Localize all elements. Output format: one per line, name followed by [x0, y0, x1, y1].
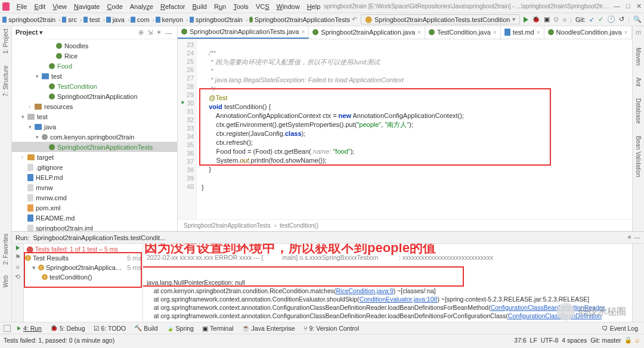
event-log-tab[interactable]: 🗨 Event Log: [599, 325, 640, 332]
crumb[interactable]: com: [135, 16, 151, 23]
tree-row[interactable]: README.md: [12, 213, 177, 223]
structure-tool-tab[interactable]: 7: Structure: [2, 66, 9, 97]
test-tree[interactable]: ⬤ Tests failed: 1 of 1 test – 5 ms !Test…: [24, 244, 143, 322]
editor-breadcrumb[interactable]: Springboot2trainApplicationTests›testCon…: [178, 219, 632, 231]
tree-row[interactable]: Rice: [12, 51, 177, 61]
line-separator[interactable]: LF: [530, 337, 537, 344]
menu-analyze[interactable]: Analyze: [126, 3, 157, 10]
code-editor[interactable]: /** * 因为需要向环境中写入配置值，所以不可以使用Junit测试 * * j…: [197, 39, 632, 219]
caret-position[interactable]: 37:6: [514, 337, 526, 344]
menu-file[interactable]: File: [13, 3, 31, 10]
maven-icon[interactable]: m: [636, 29, 641, 36]
menu-code[interactable]: Code: [103, 3, 126, 10]
build-tool-tab[interactable]: 🔨 Build: [132, 324, 160, 332]
editor-tab[interactable]: TestCondition.java×: [425, 26, 501, 39]
coverage-button[interactable]: ▣: [544, 15, 550, 23]
project-tool-tab[interactable]: 1: Project: [2, 29, 9, 54]
tree-row[interactable]: Springboot2trainApplication: [12, 91, 177, 101]
git-commit-button[interactable]: ✓: [598, 15, 603, 23]
tree-row[interactable]: TestCondition: [12, 81, 177, 91]
toggle-button[interactable]: ⚑: [15, 253, 21, 261]
tree-row[interactable]: Food: [12, 61, 177, 71]
editor-tab[interactable]: Springboot2trainApplication.java×: [309, 26, 425, 39]
menu-window[interactable]: Window: [273, 3, 304, 10]
inspections-icon[interactable]: ☺: [634, 337, 640, 344]
git-branch[interactable]: Git: master: [590, 337, 621, 344]
editor-tab[interactable]: NoodlesCondition.java×: [544, 26, 632, 39]
tree-row[interactable]: mvnw: [12, 182, 177, 192]
stop-button[interactable]: ■: [16, 263, 20, 271]
expand-button[interactable]: ⇲: [145, 29, 154, 36]
run-button[interactable]: [524, 17, 528, 23]
run-tool-tab[interactable]: 4: Run: [14, 325, 44, 332]
java-enterprise-tool-tab[interactable]: ☕ Java Enterprise: [240, 324, 298, 332]
maven-tool-tab[interactable]: Maven: [635, 48, 642, 66]
hide-button[interactable]: —: [163, 29, 174, 36]
git-update-button[interactable]: ↙: [589, 15, 595, 23]
stop-button[interactable]: ■: [562, 16, 566, 23]
menu-build[interactable]: Build: [189, 3, 210, 10]
debug-tool-tab[interactable]: 🐞 5: Debug: [48, 324, 88, 332]
favorites-tool-tab[interactable]: 2: Favorites: [2, 234, 9, 265]
tree-row[interactable]: springboot2train.iml: [12, 223, 177, 231]
terminal-tool-tab[interactable]: ▣ Terminal: [200, 325, 236, 332]
menu-edit[interactable]: Edit: [30, 3, 49, 10]
tree-row[interactable]: ›resources: [12, 101, 177, 111]
menu-help[interactable]: Help: [304, 3, 324, 10]
debug-button[interactable]: 🐞: [532, 15, 540, 23]
crumb[interactable]: Springboot2trainApplicationTests: [253, 16, 352, 23]
git-revert-button[interactable]: ↺: [619, 15, 624, 23]
pin-button[interactable]: ⟲: [15, 273, 20, 281]
todo-tool-tab[interactable]: ☑ 6: TODO: [91, 325, 129, 332]
spring-tool-tab[interactable]: 🍃 Spring: [164, 324, 196, 332]
editor-tab[interactable]: Springboot2trainApplicationTests.java×: [178, 26, 309, 39]
crumb[interactable]: springboot2train: [194, 16, 244, 23]
back-button[interactable]: ↶: [352, 15, 357, 23]
profile-button[interactable]: ⊙: [553, 15, 559, 23]
crumb[interactable]: test: [88, 16, 102, 23]
window-maximize-icon[interactable]: □: [626, 2, 630, 10]
lock-icon[interactable]: 🔒: [624, 336, 632, 344]
tree-row[interactable]: mvnw.cmd: [12, 192, 177, 203]
tree-row[interactable]: HELP.md: [12, 172, 177, 182]
menu-run[interactable]: Run: [210, 3, 230, 10]
project-view-selector[interactable]: Project ▾: [16, 29, 43, 36]
menu-refactor[interactable]: Refactor: [157, 3, 189, 10]
database-tool-tab[interactable]: Database: [635, 98, 642, 124]
crumb[interactable]: src: [66, 16, 79, 23]
menu-tools[interactable]: Tools: [230, 3, 252, 10]
tree-row[interactable]: Noodles: [12, 41, 177, 51]
crumb[interactable]: springboot2train: [7, 16, 57, 23]
web-tool-tab[interactable]: Web: [2, 275, 9, 287]
bean-validation-tool-tab[interactable]: Bean Validation: [635, 136, 642, 177]
window-close-icon[interactable]: ✕: [636, 2, 642, 10]
run-config-selector[interactable]: ⬤Springboot2trainApplicationTests.testCo…: [361, 14, 520, 24]
indent[interactable]: 4 spaces: [562, 337, 587, 344]
tree-row[interactable]: Springboot2trainApplicationTests: [12, 142, 177, 152]
menu-vcs[interactable]: VCS: [252, 3, 273, 10]
search-button[interactable]: 🔍: [633, 15, 642, 23]
tree-row[interactable]: ▾test: [12, 71, 177, 81]
version-control-tool-tab[interactable]: ⑂ 9: Version Control: [301, 325, 361, 332]
ant-tool-tab[interactable]: Ant: [635, 77, 642, 86]
tree-row[interactable]: .gitignore: [12, 162, 177, 172]
editor-tab[interactable]: test.md×: [501, 26, 544, 39]
tree-row[interactable]: ▾java: [12, 122, 177, 132]
crumb[interactable]: java: [111, 16, 126, 23]
run-tab[interactable]: Springboot2trainApplicationTests.testCon…: [33, 234, 165, 241]
window-minimize-icon[interactable]: —: [614, 2, 620, 10]
run-settings-button[interactable]: ✶ —: [627, 234, 640, 241]
crumb[interactable]: kenyon: [160, 16, 185, 23]
tree-row[interactable]: ▾com.kenyon.springboot2train: [12, 132, 177, 142]
tree-row[interactable]: ▾test: [12, 111, 177, 122]
encoding[interactable]: UTF-8: [541, 337, 559, 344]
menu-navigate[interactable]: Navigate: [70, 3, 103, 10]
tree-row[interactable]: pom.xml: [12, 203, 177, 213]
tree-row[interactable]: ›target: [12, 152, 177, 162]
project-tree[interactable]: NoodlesRiceFood▾testTestConditionSpringb…: [12, 39, 177, 231]
git-history-button[interactable]: 🕐: [607, 15, 615, 23]
tool-window-button[interactable]: [4, 325, 11, 332]
menu-view[interactable]: View: [49, 3, 70, 10]
collapse-button[interactable]: ✶: [154, 29, 163, 36]
rerun-button[interactable]: [16, 246, 19, 250]
